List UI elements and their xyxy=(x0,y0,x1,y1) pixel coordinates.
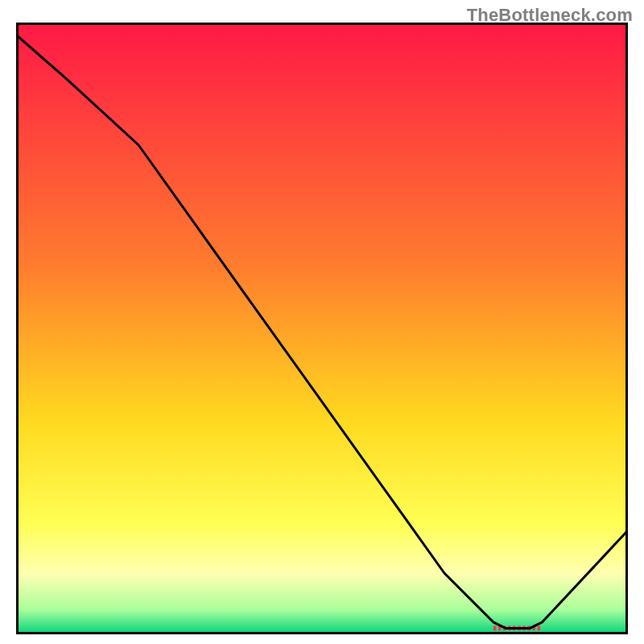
svg-rect-9 xyxy=(538,625,541,630)
chart-container: TheBottleneck.com xyxy=(0,0,644,644)
bottleneck-chart xyxy=(16,23,628,634)
svg-rect-0 xyxy=(493,625,497,630)
plot-background xyxy=(16,23,628,634)
